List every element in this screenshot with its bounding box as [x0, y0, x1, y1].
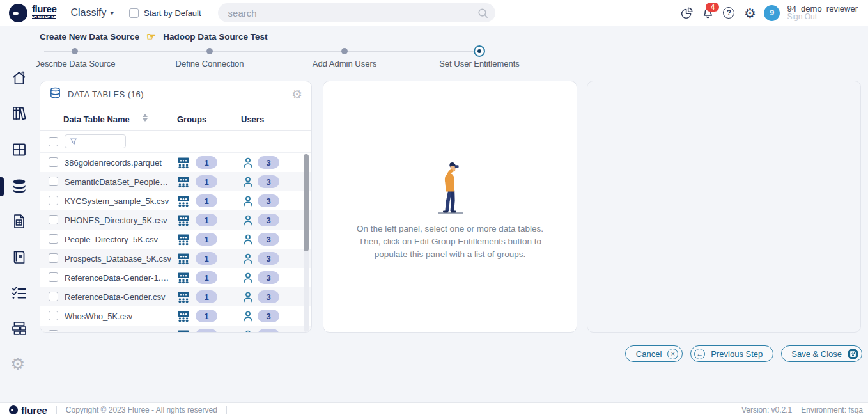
user-icon: [242, 310, 254, 324]
sort-icon[interactable]: [143, 114, 148, 122]
column-header-name[interactable]: Data Table Name: [63, 114, 130, 124]
copyright-text: Copyright © 2023 Fluree - All rights res…: [66, 405, 217, 414]
database-small-icon: [49, 86, 61, 102]
step-label: Describe Data Source: [36, 59, 145, 68]
fluree-logo-icon: [9, 4, 27, 22]
table-row[interactable]: People_Directory_5K.csv 1 3: [40, 230, 311, 249]
row-name: ReferenceData-Gender-1.csv: [65, 273, 172, 283]
row-users-badge: [258, 329, 279, 333]
row-name: KYCSystem_sample_5k.csv: [65, 196, 169, 206]
fluree-sense-logo: fluree sense: [9, 4, 56, 22]
fluree-logo-icon: [9, 405, 18, 414]
user-avatar[interactable]: 9: [764, 5, 780, 21]
table-row[interactable]: ReferenceData-Gender.csv 1 3: [40, 287, 311, 306]
row-checkbox[interactable]: [49, 292, 58, 301]
notifications-bell-icon[interactable]: 4: [701, 6, 715, 20]
row-checkbox[interactable]: [49, 311, 58, 320]
name-filter-input[interactable]: [65, 134, 126, 148]
notification-count-badge: 4: [706, 3, 719, 12]
row-groups-badge: 1: [196, 290, 217, 303]
row-checkbox[interactable]: [49, 196, 58, 205]
table-row[interactable]: KYCSystem_sample_5k.csv 1 3: [40, 191, 311, 210]
start-by-default-label: Start by Default: [144, 8, 201, 18]
row-users-badge: 3: [258, 271, 279, 284]
table-settings-gear-icon[interactable]: ⚙: [291, 88, 302, 100]
row-groups-badge: 1: [196, 233, 217, 246]
groups-icon: [177, 175, 190, 190]
sign-out-link[interactable]: Sign Out: [787, 13, 858, 20]
row-groups-badge: 1: [196, 310, 217, 322]
row-checkbox[interactable]: [49, 177, 58, 186]
home-icon[interactable]: [10, 69, 28, 87]
row-users-badge: 3: [258, 214, 279, 226]
user-icon: [242, 156, 254, 171]
table-row[interactable]: 386goldenrecords.parquet 1 3: [40, 153, 311, 172]
row-checkbox[interactable]: [49, 272, 58, 282]
wizard-stepper: Describe Data Source Define Connection A…: [36, 43, 862, 70]
row-checkbox[interactable]: [49, 253, 58, 263]
row-checkbox[interactable]: [49, 330, 58, 333]
row-groups-badge: 1: [196, 175, 217, 188]
stepper-line: [44, 51, 75, 52]
checklist-icon[interactable]: [10, 284, 28, 302]
search-icon: [477, 7, 489, 21]
row-name: 386goldenrecords.parquet: [65, 158, 162, 168]
spreadsheet-file-icon[interactable]: [10, 212, 28, 230]
settings-gear-icon[interactable]: ⚙: [743, 6, 757, 20]
cancel-button[interactable]: Cancel ×: [625, 345, 683, 362]
bricks-icon[interactable]: [10, 320, 28, 338]
step-dot-describe-data-source[interactable]: [72, 48, 78, 54]
column-header-groups: Groups: [177, 114, 206, 124]
row-groups-badge: [196, 329, 217, 333]
user-icon: [242, 329, 254, 333]
previous-step-button[interactable]: ← Previous Step: [690, 345, 773, 362]
top-bar: fluree sense Classify ▾ Start by Default: [0, 0, 868, 26]
panel-title: DATA TABLES (16): [68, 90, 144, 99]
table-row[interactable]: [40, 326, 311, 333]
row-checkbox[interactable]: [49, 234, 58, 244]
user-icon: [242, 290, 254, 305]
row-name: ReferenceData-Gender.csv: [65, 292, 166, 302]
footer: fluree Copyright © 2023 Fluree - All rig…: [0, 402, 868, 417]
stepper-line: [210, 51, 345, 52]
row-users-badge: 3: [258, 252, 279, 265]
table-row[interactable]: Prospects_Database_5K.csv 1 3: [40, 249, 311, 268]
scrollbar-thumb[interactable]: [304, 154, 309, 251]
app-root: fluree sense Classify ▾ Start by Default: [0, 0, 868, 417]
row-checkbox[interactable]: [49, 215, 58, 224]
database-icon[interactable]: [10, 177, 28, 195]
placeholder-message: On the left panel, select one or more da…: [357, 223, 543, 261]
step-dot-set-user-entitlements[interactable]: [474, 45, 485, 57]
reports-pie-chart-icon[interactable]: [679, 6, 694, 20]
row-name: WhosWho_5K.csv: [65, 311, 132, 321]
select-all-checkbox[interactable]: [49, 137, 58, 146]
save-and-close-button[interactable]: Save & Close: [781, 345, 862, 362]
data-tables-panel: DATA TABLES (16) ⚙ Data Table Name Group…: [40, 81, 312, 333]
table-row[interactable]: PHONES_Directory_5K.csv 1 3: [40, 210, 311, 230]
pending-gear-icon[interactable]: ⚙: [10, 355, 28, 373]
row-name: Prospects_Database_5K.csv: [65, 254, 171, 264]
groups-icon: [177, 194, 190, 209]
table-row[interactable]: WhosWho_5K.csv 1 3: [40, 306, 311, 326]
step-label: Add Admin Users: [274, 59, 415, 68]
step-dot-define-connection[interactable]: [206, 48, 213, 54]
library-icon[interactable]: [10, 104, 28, 122]
groups-icon: [177, 329, 190, 333]
grid-icon[interactable]: [10, 141, 28, 159]
groups-icon: [177, 310, 190, 324]
start-by-default-checkbox[interactable]: [129, 8, 139, 18]
close-icon: ×: [667, 349, 678, 359]
step-label: Define Connection: [139, 59, 280, 68]
table-row[interactable]: SemanticDataSet_People_C... 1 3: [40, 172, 311, 191]
user-icon: [242, 214, 254, 228]
arrow-left-icon: ←: [694, 349, 705, 359]
table-row[interactable]: ReferenceData-Gender-1.csv 1 3: [40, 268, 311, 287]
help-icon[interactable]: ?: [722, 6, 736, 20]
step-dot-add-admin-users[interactable]: [341, 48, 348, 54]
book-icon[interactable]: [10, 248, 28, 266]
groups-icon: [177, 290, 190, 305]
row-checkbox[interactable]: [49, 157, 58, 167]
search-input[interactable]: [218, 3, 495, 22]
row-users-badge: 3: [258, 290, 279, 303]
module-selector[interactable]: Classify ▾: [70, 7, 114, 19]
